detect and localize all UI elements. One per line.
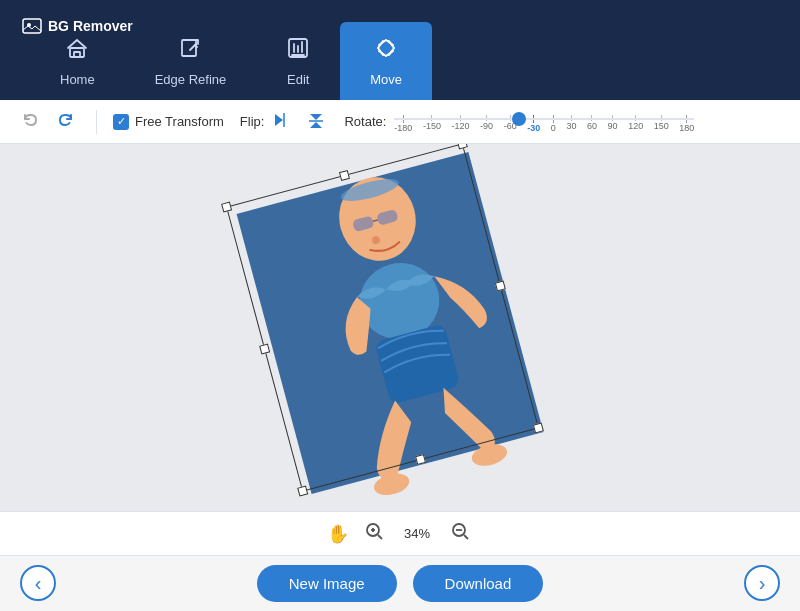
zoom-controls: 34% [361, 520, 473, 547]
toolbar: ✓ Free Transform Flip: Rotate: [0, 100, 800, 144]
svg-marker-6 [275, 114, 283, 126]
canvas-area [0, 144, 800, 511]
undo-redo-group [16, 107, 80, 137]
prev-icon: ‹ [35, 572, 42, 595]
zoom-out-button[interactable] [447, 520, 473, 547]
nav-edge-refine-label: Edge Refine [155, 72, 227, 87]
undo-button[interactable] [16, 107, 46, 137]
nav-edit-label: Edit [287, 72, 309, 87]
free-transform-toggle[interactable]: ✓ Free Transform [113, 114, 224, 130]
rotate-thumb[interactable] [512, 112, 526, 126]
free-transform-checkbox[interactable]: ✓ [113, 114, 129, 130]
nav-item-edit[interactable]: Edit [256, 22, 340, 100]
download-label: Download [445, 575, 512, 592]
flip-label: Flip: [240, 114, 265, 129]
zoom-level: 34% [397, 526, 437, 541]
divider-1 [96, 110, 97, 134]
svg-marker-10 [310, 122, 322, 128]
next-button[interactable]: › [744, 565, 780, 601]
svg-rect-4 [182, 40, 196, 56]
flip-horizontal-button[interactable] [272, 108, 296, 136]
hand-tool-icon[interactable]: ✋ [327, 523, 349, 545]
rotate-section: Rotate: -180 -150 [344, 107, 694, 137]
nav-home-label: Home [60, 72, 95, 87]
new-image-label: New Image [289, 575, 365, 592]
free-transform-label: Free Transform [135, 114, 224, 129]
redo-button[interactable] [50, 107, 80, 137]
edge-refine-icon [178, 36, 202, 66]
edit-icon [286, 36, 310, 66]
zoom-bar: ✋ 34% [0, 511, 800, 555]
baby-figure [212, 144, 578, 511]
header: BG Remover Home [0, 0, 800, 100]
app-title: BG Remover [10, 8, 145, 44]
rotate-scale[interactable]: -180 -150 -120 -90 [394, 107, 694, 137]
footer: ‹ New Image Download › [0, 555, 800, 611]
nav-move-label: Move [370, 72, 402, 87]
svg-rect-3 [74, 52, 80, 57]
flip-section: Flip: [240, 108, 329, 136]
svg-marker-8 [310, 114, 322, 120]
new-image-button[interactable]: New Image [257, 565, 397, 602]
rotate-label: Rotate: [344, 114, 386, 129]
zoom-in-button[interactable] [361, 520, 387, 547]
next-icon: › [759, 572, 766, 595]
app-logo-icon [22, 16, 42, 36]
flip-vertical-button[interactable] [304, 108, 328, 136]
svg-line-27 [464, 535, 468, 539]
prev-button[interactable]: ‹ [20, 565, 56, 601]
nav-item-move[interactable]: Move [340, 22, 432, 100]
move-icon [374, 36, 398, 66]
svg-line-24 [378, 535, 382, 539]
svg-rect-0 [23, 19, 41, 33]
download-button[interactable]: Download [413, 565, 544, 602]
